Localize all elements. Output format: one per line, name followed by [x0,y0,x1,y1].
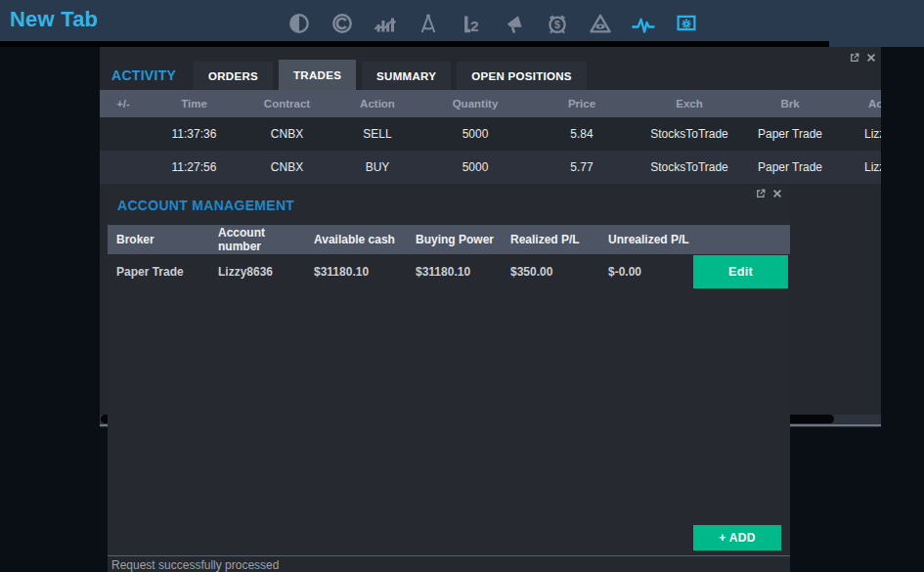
compass-icon[interactable] [417,12,440,35]
table-cell: $350.00 [502,254,599,289]
table-cell: Lizzy8636 [837,151,881,184]
account-management-panel: ACCOUNT MANAGEMENT BrokerAccount numberA… [108,186,790,572]
account-row[interactable]: Paper TradeLizzy8636$31180.10$31180.10$3… [108,254,790,289]
activity-title: ACTIVITY [111,67,176,83]
page-title: New Tab [10,7,98,32]
table-cell: BUY [332,151,422,184]
eye-pyramid-icon[interactable] [589,12,612,35]
topbar: New Tab 2$ [0,0,924,47]
level2-icon[interactable]: 2 [460,12,483,35]
alarm-dollar-icon[interactable]: $ [546,12,569,35]
status-message: Request successfully processed [108,556,790,572]
close-icon[interactable] [866,53,876,63]
status-bar: Request successfully processed [108,555,790,572]
column-header: Time [147,90,242,117]
topbar-notch [0,41,829,47]
column-header: Quantity [422,90,528,117]
copyright-icon[interactable] [330,12,354,35]
column-header: Exch [636,90,743,117]
tab-trades[interactable]: TRADES [279,60,356,90]
table-cell: CNBX [242,151,332,184]
account-rows: Paper TradeLizzy8636$31180.10$31180.10$3… [108,254,790,289]
column-header: Buying Power [407,225,502,254]
table-cell: $-0.00 [599,254,691,289]
table-cell: Lizzy8636 [209,254,305,289]
table-cell: 5000 [422,151,528,184]
column-header: Account [837,90,881,117]
table-row[interactable]: 11:27:56CNBXBUY50005.77StocksToTradePape… [100,151,881,184]
tab-open-positions[interactable]: OPEN POSITIONS [457,62,587,90]
column-header: Brk [743,90,837,117]
table-cell: 11:27:56 [147,151,242,184]
close-icon[interactable] [772,189,782,198]
table-cell: 5.84 [528,117,636,151]
column-header: +/- [100,90,147,117]
popout-icon[interactable] [850,53,859,63]
settings-monitor-icon[interactable] [675,12,698,35]
pulse-icon[interactable] [632,12,655,35]
tab-orders[interactable]: ORDERS [194,62,273,90]
account-window-controls [756,189,782,198]
tab-summary[interactable]: SUMMARY [362,62,451,90]
column-header: Broker [108,225,209,254]
column-header: Realized P/L [502,225,599,254]
table-cell: Paper Trade [108,254,209,289]
activity-window-controls [850,53,876,63]
table-cell: 5000 [422,117,528,151]
table-cell: $31180.10 [305,254,407,289]
topbar-icons: 2$ [287,12,698,35]
svg-text:2: 2 [470,18,479,34]
table-cell: Paper Trade [743,117,837,151]
edit-button[interactable]: Edit [693,255,788,288]
activity-tabs: ORDERSTRADESSUMMARYOPEN POSITIONS [194,60,593,90]
contrast-icon[interactable] [287,12,311,35]
table-cell: SELL [332,117,422,151]
table-cell: 5.77 [528,151,636,184]
activity-header-row: +/-TimeContractActionQuantityPriceExchBr… [100,90,881,117]
table-row[interactable]: 11:37:36CNBXSELL50005.84StocksToTradePap… [100,117,881,151]
chart-icon[interactable] [374,12,397,35]
column-header: Account number [209,225,305,254]
account-title: ACCOUNT MANAGEMENT [117,198,294,213]
table-cell: 11:37:36 [147,117,242,151]
table-cell: Paper Trade [743,151,837,184]
table-cell: Lizzy8636 [837,117,881,151]
table-cell [100,151,147,184]
megaphone-icon[interactable] [503,12,526,35]
add-button[interactable]: + ADD [693,525,781,550]
popout-icon[interactable] [756,189,766,198]
account-header-row: BrokerAccount numberAvailable cashBuying… [108,225,790,254]
table-cell: StocksToTrade [636,151,743,184]
table-cell: StocksToTrade [636,117,743,151]
column-header: Contract [242,90,332,117]
table-cell: CNBX [242,117,332,151]
activity-rows: 11:37:36CNBXSELL50005.84StocksToTradePap… [100,117,881,184]
table-cell [100,117,147,151]
column-header: Price [528,90,636,117]
column-header: Unrealized P/L [599,225,691,254]
svg-text:$: $ [554,19,560,30]
table-cell: $31180.10 [407,254,502,289]
column-header: Action [332,90,422,117]
column-header: Available cash [305,225,407,254]
